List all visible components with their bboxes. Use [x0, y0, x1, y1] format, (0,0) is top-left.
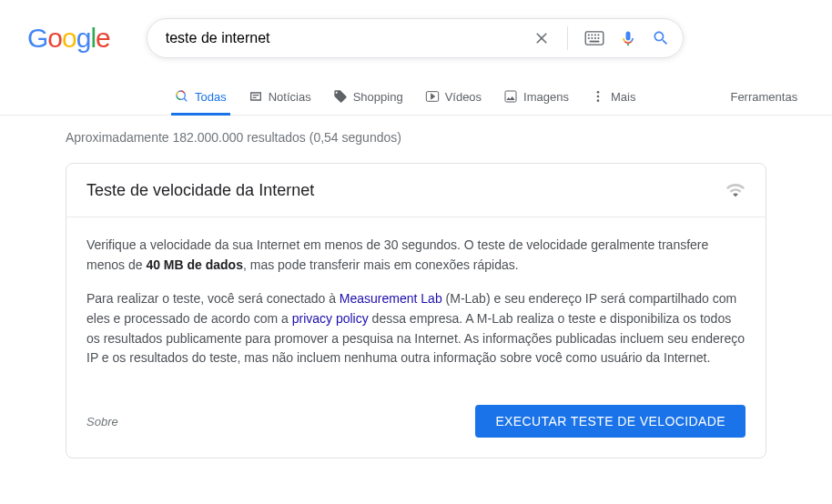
- tab-label: Todas: [195, 90, 227, 104]
- svg-rect-8: [597, 37, 599, 39]
- card-paragraph-2: Para realizar o teste, você será conecta…: [86, 289, 746, 368]
- tab-news[interactable]: Notícias: [238, 80, 322, 115]
- bold-text: 40 MB de dados: [146, 257, 243, 272]
- wifi-icon: [725, 180, 746, 200]
- image-icon: [503, 89, 518, 104]
- text: Para realizar o teste, você será conecta…: [86, 291, 340, 306]
- logo-letter: e: [96, 23, 110, 54]
- tab-label: Vídeos: [445, 90, 482, 104]
- svg-point-11: [597, 96, 600, 98]
- run-speedtest-button[interactable]: EXECUTAR TESTE DE VELOCIDADE: [475, 405, 746, 438]
- tab-images[interactable]: Imagens: [492, 80, 580, 115]
- search-icon: [175, 89, 189, 104]
- logo-letter: o: [62, 23, 76, 54]
- microphone-icon[interactable]: [619, 29, 637, 47]
- tab-label: Mais: [611, 90, 635, 104]
- clear-icon[interactable]: [533, 29, 551, 47]
- tab-more[interactable]: Mais: [580, 80, 646, 115]
- results-stats: Aproximadamente 182.000.000 resultados (…: [0, 116, 832, 145]
- card-body: Verifique a velocidade da sua Internet e…: [66, 217, 766, 387]
- svg-rect-4: [597, 35, 599, 36]
- search-input[interactable]: [160, 30, 533, 46]
- header-row: G o o g l e: [0, 0, 832, 58]
- text: , mas pode transferir mais em conexões r…: [243, 257, 519, 272]
- tab-shopping[interactable]: Shopping: [322, 80, 414, 115]
- svg-rect-6: [591, 37, 593, 39]
- logo-letter: G: [27, 23, 47, 54]
- google-logo[interactable]: G o o g l e: [27, 23, 110, 54]
- privacy-policy-link[interactable]: privacy policy: [292, 311, 369, 326]
- card-title: Teste de velocidade da Internet: [86, 181, 314, 200]
- tab-all[interactable]: Todas: [164, 80, 238, 115]
- svg-rect-5: [588, 37, 590, 39]
- card-paragraph-1: Verifique a velocidade da sua Internet e…: [86, 236, 746, 275]
- svg-point-12: [597, 99, 600, 102]
- tab-videos[interactable]: Vídeos: [414, 80, 492, 115]
- svg-rect-7: [594, 37, 596, 39]
- svg-rect-3: [594, 35, 596, 36]
- divider: [567, 26, 568, 50]
- tab-label: Imagens: [523, 90, 569, 104]
- svg-rect-1: [588, 35, 590, 36]
- logo-letter: o: [47, 23, 62, 54]
- card-header: Teste de velocidade da Internet: [66, 164, 766, 217]
- svg-point-10: [597, 91, 600, 94]
- tabs-row: Todas Notícias Shopping Vídeos Imagens M…: [0, 80, 832, 116]
- about-link[interactable]: Sobre: [86, 415, 118, 428]
- card-footer: Sobre EXECUTAR TESTE DE VELOCIDADE: [66, 387, 766, 458]
- svg-rect-2: [591, 35, 593, 36]
- news-icon: [249, 89, 263, 104]
- search-icon[interactable]: [652, 29, 670, 47]
- video-icon: [425, 89, 440, 104]
- tab-label: Notícias: [269, 90, 311, 104]
- speedtest-card: Teste de velocidade da Internet Verifiqu…: [66, 163, 766, 459]
- svg-rect-9: [589, 41, 599, 43]
- keyboard-icon[interactable]: [584, 31, 604, 45]
- tab-label: Shopping: [353, 90, 403, 104]
- search-actions: [533, 26, 670, 50]
- measurement-lab-link[interactable]: Measurement Lab: [340, 291, 442, 306]
- logo-letter: g: [76, 23, 91, 54]
- more-icon: [591, 89, 605, 104]
- tools-link[interactable]: Ferramentas: [719, 81, 808, 115]
- search-bar: [147, 18, 684, 58]
- shopping-icon: [333, 89, 348, 104]
